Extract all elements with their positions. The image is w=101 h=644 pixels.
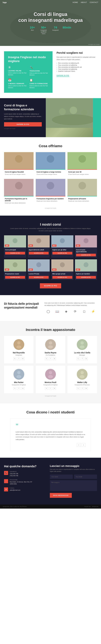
- corso-btn-3[interactable]: SCOPRI DI PIÙ: [76, 254, 96, 256]
- svg-point-42: [81, 341, 84, 344]
- testimonial-next-btn[interactable]: ›: [82, 443, 85, 447]
- social-ig-nat[interactable]: in: [21, 357, 24, 360]
- offriamo-card-img-0: [4, 152, 33, 170]
- corso-img-3: $12: [75, 235, 97, 248]
- corso-btn-4[interactable]: SCOPRI DI PIÙ: [5, 276, 25, 279]
- team-avatar-nat: [13, 339, 24, 350]
- form-text: Duis aute irure dolor in reprehenderit i…: [50, 468, 97, 472]
- offriamo-card-3: Formazione linguistica per le aziende Gr…: [4, 179, 33, 205]
- team-avatar-walter: [77, 369, 88, 380]
- offriamo-card-text-1: Ut arcu est id nunc semper rutrum.: [36, 174, 64, 176]
- social-ig-walter[interactable]: in: [85, 387, 88, 390]
- team-avatar-mia: [13, 369, 24, 380]
- section-aziendali: Corsi di lingua e formazione aziendale L…: [0, 98, 101, 137]
- sapere-link[interactable]: SAPERE DI PIÙ: [57, 75, 69, 77]
- corso-img-7: $17: [75, 259, 97, 272]
- testimonial-prev-btn[interactable]: ‹: [77, 443, 81, 447]
- svg-point-16: [47, 182, 54, 190]
- social-fb-sasha[interactable]: f: [49, 357, 52, 360]
- corso-title-6: Mini-gruppi privati: [52, 273, 72, 275]
- team-role-sasha: Co-Fondatrice: [38, 354, 63, 356]
- footer-link-1[interactable]: Sample text: [92, 506, 98, 507]
- svg-point-52: [80, 375, 85, 378]
- logo-item-3: ⟳: [71, 309, 79, 314]
- team-name-bella: La mia vita è bella: [70, 352, 95, 354]
- social-ig-bella[interactable]: in: [85, 357, 88, 360]
- social-fb-nat[interactable]: f: [17, 357, 20, 360]
- stat-74: 74 Insegnanti: [52, 26, 59, 34]
- social-ig-monica[interactable]: in: [53, 387, 56, 390]
- offriamo-card-title-3: Formazione linguistica per le aziende: [5, 198, 33, 202]
- corso-card-0: $28 Corsi principali SCOPRI DI PIÙ: [4, 235, 26, 258]
- social-ig-sasha[interactable]: in: [53, 357, 56, 360]
- social-twitter-walter[interactable]: 𝕏: [77, 387, 80, 390]
- offriamo-card-img-3: [4, 179, 33, 196]
- social-ig-mia[interactable]: in: [21, 387, 24, 390]
- social-fb-walter[interactable]: f: [81, 387, 84, 390]
- team-name-sasha: Sasha Rayne: [38, 352, 63, 354]
- logo: logo: [3, 1, 7, 4]
- card-bar-4: [36, 196, 65, 196]
- corso-content-5: Lezioni Privata SCOPRI DI PIÙ: [28, 272, 50, 280]
- logo-item-4: ◻: [80, 309, 88, 314]
- corso-btn-5[interactable]: SCOPRI DI PIÙ: [29, 276, 49, 279]
- aziendali-img-overlay: [93, 98, 101, 137]
- phone-icon: 📞: [4, 471, 8, 475]
- testimonial-nav: ‹ ›: [16, 443, 85, 447]
- svg-point-24: [60, 238, 65, 243]
- form-name-input[interactable]: [50, 474, 73, 479]
- team-card-mia: Mia Parker Insegnante di inglese 𝕏 f in: [4, 366, 33, 393]
- section-insegna: Insegna l'inglese nel modo migliore 🖥 LE…: [0, 46, 101, 98]
- corso-content-0: Corsi principali SCOPRI DI PIÙ: [4, 248, 26, 256]
- hero-content: Corsi di linguacon insegnanti madrelingu…: [18, 11, 83, 34]
- perche-text: Duis aute irure dolor in reprehenderit i…: [57, 56, 97, 61]
- team-social-walter: 𝕏 f in: [70, 387, 95, 390]
- social-fb-mia[interactable]: f: [17, 387, 20, 390]
- corso-price-2: $17: [52, 244, 56, 247]
- footer-link-0[interactable]: Sample text: [84, 506, 91, 507]
- aziendali-btn[interactable]: SAPERE DI PIÙ: [4, 122, 42, 126]
- social-twitter-nat[interactable]: 𝕏: [13, 357, 16, 360]
- form-email-input[interactable]: [74, 474, 97, 479]
- nav-home[interactable]: HOME: [73, 2, 78, 4]
- svg-point-43: [80, 345, 85, 348]
- perche-list-item: Duis consectetur est adipiscing elit.: [57, 62, 97, 64]
- form-title: Lasciaci un messaggio: [50, 464, 97, 468]
- offriamo-card-content-3: Formazione linguistica per le aziende Gr…: [4, 196, 33, 205]
- corso-btn-0[interactable]: SCOPRI DI PIÙ: [5, 252, 25, 254]
- social-twitter-bella[interactable]: 𝕏: [77, 357, 80, 360]
- offriamo-card-img-1: [36, 152, 65, 170]
- seminari-icon: 📅: [8, 78, 27, 82]
- insegna-item-seminari: 📅 3 MENSILI SEMINARI Click to select to …: [8, 78, 27, 89]
- fiducia-layout: Di fiducia delle principali organizzazio…: [4, 302, 97, 314]
- contact-item-posizione: 📍 POSIZIONE Rock falstr, 21 Avenue, New …: [4, 479, 44, 485]
- form-submit-btn[interactable]: INVIA MESSAGGIO: [50, 493, 72, 498]
- social-twitter-monica[interactable]: 𝕏: [45, 387, 48, 390]
- card-bar-5: [68, 196, 97, 196]
- section-fiducia: Di fiducia delle principali organizzazio…: [0, 295, 101, 321]
- social-twitter-sasha[interactable]: 𝕏: [45, 357, 48, 360]
- social-fb-bella[interactable]: f: [81, 357, 84, 360]
- testimonial-box: " Lorem ipsum dolor sit a met, consectet…: [10, 418, 91, 451]
- traduzione-icon: 🔨: [29, 66, 48, 69]
- social-twitter-mia[interactable]: 𝕏: [13, 387, 16, 390]
- insegna-right-panel: Perché scegliere noi Duis aute irure dol…: [57, 51, 97, 93]
- corso-btn-1[interactable]: SCOPRI DI PIÙ: [29, 252, 49, 254]
- social-fb-monica[interactable]: f: [49, 387, 52, 390]
- email-icon: ✉: [4, 488, 8, 492]
- svg-point-40: [48, 345, 53, 348]
- corsi-more-btn[interactable]: SCOPRI DI PIÙ: [40, 283, 61, 288]
- svg-point-5: [70, 106, 77, 114]
- nav-contact[interactable]: CONTACT: [90, 2, 98, 4]
- corso-content-3: Corsi di auto-apprendimento SCOPRI DI PI…: [75, 248, 97, 258]
- offriamo-card-img-2: [68, 152, 97, 170]
- corso-price-6: $16: [52, 268, 56, 271]
- team-card-sasha: Sasha Rayne Co-Fondatrice 𝕏 f in: [36, 336, 65, 364]
- aziendali-img-credit: Immagine da Freepik: [4, 128, 42, 130]
- svg-point-8: [15, 155, 23, 163]
- nav-about[interactable]: ABOUT: [81, 2, 87, 4]
- form-message-textarea[interactable]: [50, 480, 97, 491]
- corso-btn-2[interactable]: SCOPRI DI PIÙ: [52, 252, 72, 254]
- corso-btn-7[interactable]: SCOPRI DI PIÙ: [76, 276, 96, 279]
- corso-btn-6[interactable]: SCOPRI DI PIÙ: [52, 276, 72, 279]
